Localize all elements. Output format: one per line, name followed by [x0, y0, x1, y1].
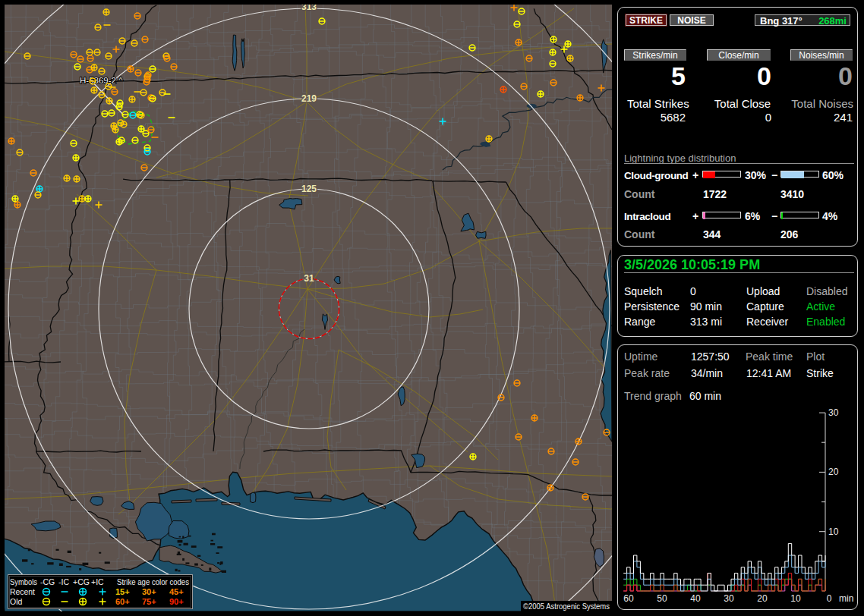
svg-text:15+: 15+ [115, 587, 130, 596]
svg-text:H-5369-2 ^: H-5369-2 ^ [80, 76, 123, 85]
svg-text:+IC: +IC [91, 577, 104, 586]
svg-text:0: 0 [827, 593, 832, 604]
svg-text:40: 40 [690, 593, 701, 604]
svg-text:125: 125 [301, 184, 317, 194]
svg-text:30+: 30+ [142, 587, 156, 596]
svg-text:min: min [839, 593, 853, 604]
svg-text:219: 219 [301, 93, 317, 104]
svg-text:50: 50 [657, 593, 667, 604]
svg-text:-IC: -IC [58, 577, 69, 586]
svg-text:313: 313 [301, 5, 317, 12]
svg-text:60: 60 [623, 593, 634, 604]
svg-text:©2005 Astrogenic Systems: ©2005 Astrogenic Systems [523, 602, 610, 611]
svg-text:30: 30 [828, 407, 839, 418]
svg-text:Recent: Recent [10, 587, 35, 596]
svg-text:45+: 45+ [169, 587, 184, 596]
svg-text:10: 10 [790, 593, 801, 604]
svg-text:60+: 60+ [115, 597, 130, 606]
svg-text:-CG: -CG [40, 577, 55, 586]
svg-text:31: 31 [304, 273, 314, 284]
svg-text:Symbols: Symbols [10, 577, 37, 586]
svg-text:Strike age color codes: Strike age color codes [117, 577, 189, 586]
svg-text:20: 20 [828, 467, 839, 477]
svg-text:20: 20 [757, 593, 768, 604]
svg-text:90+: 90+ [169, 597, 184, 606]
svg-text:Old: Old [10, 597, 23, 606]
svg-text:+CG: +CG [73, 577, 90, 586]
svg-text:10: 10 [828, 526, 839, 537]
svg-text:30: 30 [724, 593, 734, 604]
svg-text:75+: 75+ [142, 597, 156, 606]
